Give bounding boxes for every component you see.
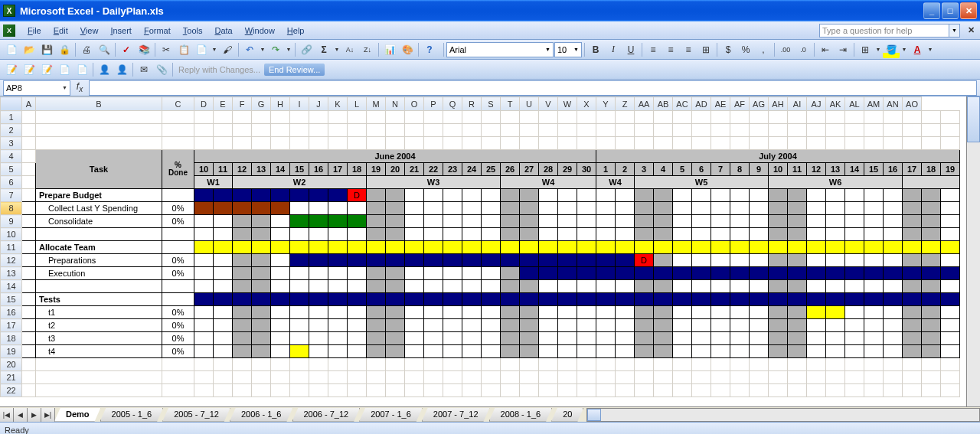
gantt-cell[interactable] (520, 332, 539, 345)
gantt-cell[interactable] (501, 319, 520, 332)
gantt-cell[interactable] (807, 345, 826, 358)
gantt-cell[interactable] (405, 332, 424, 345)
gantt-cell[interactable] (194, 345, 214, 358)
research-icon[interactable]: 📚 (136, 41, 152, 58)
gantt-cell[interactable] (711, 319, 730, 332)
review-icon-5[interactable]: 📄 (74, 61, 90, 78)
gantt-cell[interactable] (635, 345, 654, 358)
gantt-cell[interactable] (271, 241, 290, 254)
gantt-cell[interactable] (711, 228, 730, 241)
gantt-cell[interactable] (462, 254, 482, 267)
gantt-cell[interactable] (826, 345, 845, 358)
gantt-cell[interactable] (769, 215, 788, 228)
sheet-tab[interactable]: 2007 - 1_6 (359, 408, 423, 422)
gantt-cell[interactable] (194, 332, 214, 345)
column-header[interactable]: AA (635, 97, 654, 111)
task-cell[interactable]: t4 (36, 345, 162, 358)
gantt-cell[interactable] (826, 254, 845, 267)
gantt-cell[interactable] (673, 241, 692, 254)
gantt-cell[interactable] (233, 215, 252, 228)
gantt-cell[interactable] (214, 345, 233, 358)
gantt-cell[interactable] (424, 189, 443, 202)
gantt-cell[interactable] (577, 293, 596, 306)
gantt-cell[interactable] (654, 189, 673, 202)
gantt-cell[interactable] (309, 228, 328, 241)
gantt-cell[interactable] (252, 345, 271, 358)
gantt-cell[interactable] (539, 306, 558, 319)
vertical-scrollbar[interactable] (966, 96, 980, 406)
row-header[interactable]: 2 (1, 124, 22, 137)
gantt-cell[interactable] (750, 267, 769, 280)
gantt-cell[interactable] (730, 306, 750, 319)
gantt-cell[interactable] (386, 241, 405, 254)
gantt-cell[interactable] (424, 254, 443, 267)
fill-color-icon[interactable]: 🪣 (883, 41, 900, 58)
gantt-cell[interactable] (214, 189, 233, 202)
column-header[interactable]: AL (845, 97, 864, 111)
gantt-cell[interactable] (271, 189, 290, 202)
gantt-cell[interactable] (903, 345, 922, 358)
italic-button[interactable]: I (605, 41, 622, 58)
gantt-cell[interactable] (558, 189, 577, 202)
gantt-cell[interactable] (482, 267, 501, 280)
column-header[interactable]: AH (769, 97, 788, 111)
gantt-cell[interactable] (214, 280, 233, 293)
gantt-cell[interactable] (424, 215, 443, 228)
gantt-cell[interactable] (807, 215, 826, 228)
gantt-cell[interactable] (328, 306, 348, 319)
gantt-cell[interactable] (692, 215, 711, 228)
gantt-cell[interactable] (252, 189, 271, 202)
gantt-cell[interactable] (328, 202, 348, 215)
menu-insert[interactable]: Insert (104, 24, 138, 37)
gantt-cell[interactable] (864, 215, 884, 228)
gantt-cell[interactable] (596, 319, 616, 332)
gantt-cell[interactable] (482, 228, 501, 241)
underline-button[interactable]: U (622, 41, 639, 58)
gantt-cell[interactable] (807, 202, 826, 215)
gantt-cell[interactable] (596, 332, 616, 345)
gantt-cell[interactable] (654, 215, 673, 228)
gantt-cell[interactable] (482, 319, 501, 332)
column-header[interactable]: N (386, 97, 405, 111)
review-icon-2[interactable]: 📝 (21, 61, 38, 78)
gantt-cell[interactable] (673, 228, 692, 241)
spelling-icon[interactable]: ✓ (118, 41, 135, 58)
gantt-cell[interactable] (405, 254, 424, 267)
gantt-cell[interactable] (424, 267, 443, 280)
gantt-cell[interactable] (290, 345, 309, 358)
gantt-cell[interactable] (864, 306, 884, 319)
gantt-cell[interactable] (635, 332, 654, 345)
gantt-cell[interactable] (252, 293, 271, 306)
print-preview-icon[interactable]: 🔍 (96, 41, 113, 58)
task-cell[interactable] (36, 228, 162, 241)
row-header[interactable]: 13 (1, 267, 22, 280)
gantt-cell[interactable] (864, 241, 884, 254)
gantt-cell[interactable] (482, 332, 501, 345)
gantt-cell[interactable] (596, 267, 616, 280)
gantt-cell[interactable] (309, 332, 328, 345)
gantt-cell[interactable] (903, 254, 922, 267)
gantt-cell[interactable] (769, 189, 788, 202)
gantt-cell[interactable] (348, 267, 367, 280)
gantt-cell[interactable] (252, 254, 271, 267)
gantt-cell[interactable] (654, 267, 673, 280)
paste-icon[interactable]: 📄 (193, 41, 210, 58)
gantt-cell[interactable] (884, 254, 903, 267)
gantt-cell[interactable] (864, 267, 884, 280)
gantt-cell[interactable] (922, 241, 941, 254)
gantt-cell[interactable] (750, 319, 769, 332)
horizontal-scrollbar[interactable] (586, 408, 980, 422)
gantt-cell[interactable] (271, 332, 290, 345)
currency-icon[interactable]: $ (720, 41, 737, 58)
gantt-cell[interactable] (807, 189, 826, 202)
column-header[interactable]: AJ (807, 97, 826, 111)
gantt-cell[interactable] (443, 280, 462, 293)
gantt-cell[interactable] (290, 189, 309, 202)
gantt-cell[interactable] (405, 306, 424, 319)
gantt-cell[interactable] (539, 241, 558, 254)
gantt-cell[interactable] (826, 306, 845, 319)
gantt-cell[interactable] (309, 215, 328, 228)
gantt-cell[interactable] (884, 319, 903, 332)
gantt-cell[interactable] (348, 254, 367, 267)
gantt-cell[interactable] (520, 345, 539, 358)
